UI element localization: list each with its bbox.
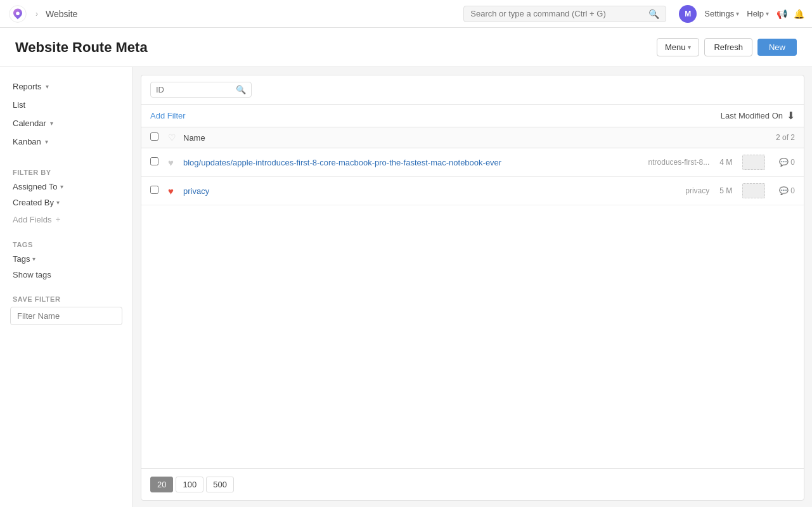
pagination-btn-100[interactable]: 100 xyxy=(176,477,203,492)
notification-bell-icon[interactable]: 🔔 xyxy=(794,9,804,19)
sidebar-item-kanban[interactable]: Kanban ▾ xyxy=(0,132,132,151)
name-col-header: Name xyxy=(183,133,776,143)
filter-by-section: FILTER BY Assigned To ▾ Created By ▾ Add… xyxy=(0,164,132,228)
menu-button[interactable]: Menu ▾ xyxy=(657,38,700,56)
comment-icon: 💬 xyxy=(779,158,789,167)
sidebar-item-reports[interactable]: Reports ▾ xyxy=(0,77,132,96)
select-all-checkbox[interactable] xyxy=(150,132,168,143)
tags-item[interactable]: Tags ▾ xyxy=(0,251,132,267)
row-checkbox-1[interactable] xyxy=(150,186,168,196)
add-fields-icon: ＋ xyxy=(54,214,62,225)
row-time-0: 4 M xyxy=(719,158,732,167)
menu-caret: ▾ xyxy=(688,44,691,51)
row-fav-1[interactable]: ♥ xyxy=(168,186,183,196)
sidebar-item-list[interactable]: List xyxy=(0,96,132,114)
table-row[interactable]: ♥ blog/updates/apple-introduces-first-8-… xyxy=(141,148,804,177)
row-slug-0: ntroduces-first-8... xyxy=(648,158,710,167)
filter-by-label: FILTER BY xyxy=(0,164,132,179)
comment-icon: 💬 xyxy=(779,186,789,195)
kanban-caret: ▾ xyxy=(45,138,48,145)
table-header: ♡ Name 2 of 2 xyxy=(141,127,804,148)
assigned-to-filter[interactable]: Assigned To ▾ xyxy=(0,179,132,195)
help-caret: ▾ xyxy=(766,10,769,17)
pagination-btn-500[interactable]: 500 xyxy=(206,477,234,492)
filter-name-input[interactable] xyxy=(10,307,122,325)
id-search-icon: 🔍 xyxy=(236,85,246,94)
row-thumbnail-1 xyxy=(742,183,765,198)
id-filter-input[interactable] xyxy=(156,85,232,94)
calendar-caret: ▾ xyxy=(50,120,53,127)
pagination: 20100500 xyxy=(141,468,804,500)
top-navigation: › Website 🔍 M Settings ▾ Help ▾ 📢 🔔 xyxy=(0,0,812,28)
created-by-filter[interactable]: Created By ▾ xyxy=(0,195,132,210)
created-by-caret: ▾ xyxy=(56,199,60,206)
breadcrumb-chevron: › xyxy=(35,10,38,18)
refresh-button[interactable]: Refresh xyxy=(704,38,752,56)
save-filter-section: SAVE FILTER xyxy=(0,295,132,325)
tags-label: TAGS xyxy=(0,236,132,251)
row-comments-0: 💬 0 xyxy=(779,158,795,167)
pagination-btn-20[interactable]: 20 xyxy=(150,477,173,492)
page-header: Website Route Meta Menu ▾ Refresh New xyxy=(0,28,812,67)
add-fields-button[interactable]: Add Fields ＋ xyxy=(0,210,132,228)
global-search[interactable]: 🔍 xyxy=(463,6,666,22)
top-nav-right: M Settings ▾ Help ▾ 📢 🔔 xyxy=(679,5,804,23)
settings-menu[interactable]: Settings ▾ xyxy=(704,9,739,18)
avatar[interactable]: M xyxy=(679,5,697,23)
tags-section: TAGS Tags ▾ Show tags xyxy=(0,236,132,283)
save-filter-label: SAVE FILTER xyxy=(10,295,122,303)
page-actions: Menu ▾ Refresh New xyxy=(657,38,797,56)
search-input[interactable] xyxy=(470,9,645,18)
row-name-1[interactable]: privacy xyxy=(183,186,685,196)
svg-point-1 xyxy=(16,11,20,15)
filter-bar: 🔍 xyxy=(141,75,804,105)
add-filter-button[interactable]: Add Filter xyxy=(150,111,186,120)
new-button[interactable]: New xyxy=(757,39,797,56)
settings-caret: ▾ xyxy=(736,10,739,17)
tags-caret: ▾ xyxy=(32,255,35,262)
sort-direction-icon[interactable]: ⬇ xyxy=(787,110,795,122)
table-body: ♥ blog/updates/apple-introduces-first-8-… xyxy=(141,148,804,205)
table-row[interactable]: ♥ privacy privacy 5 M 💬 0 xyxy=(141,177,804,205)
fav-col-header: ♡ xyxy=(168,132,183,143)
content-area: 🔍 Add Filter Last Modified On ⬇ ♡ N xyxy=(133,67,812,507)
sidebar-item-calendar[interactable]: Calendar ▾ xyxy=(0,114,132,132)
row-meta-1: privacy 5 M 💬 0 xyxy=(685,183,795,198)
assigned-to-caret: ▾ xyxy=(60,183,63,190)
filter-actions-bar: Add Filter Last Modified On ⬇ xyxy=(141,105,804,127)
row-time-1: 5 M xyxy=(719,186,732,195)
main-layout: Reports ▾ List Calendar ▾ Kanban ▾ FILTE… xyxy=(0,67,812,507)
row-name-0[interactable]: blog/updates/apple-introduces-first-8-co… xyxy=(183,158,648,167)
page-title: Website Route Meta xyxy=(15,39,148,56)
row-meta-0: ntroduces-first-8... 4 M 💬 0 xyxy=(648,155,795,170)
content-inner: 🔍 Add Filter Last Modified On ⬇ ♡ N xyxy=(141,75,804,501)
row-slug-1: privacy xyxy=(685,186,709,195)
row-comments-1: 💬 0 xyxy=(779,186,795,195)
id-filter[interactable]: 🔍 xyxy=(150,82,252,98)
heart-icon-header: ♡ xyxy=(168,132,176,143)
row-thumbnail-0 xyxy=(742,155,765,170)
show-tags-button[interactable]: Show tags xyxy=(0,267,132,283)
notification-icons: 📢 🔔 xyxy=(777,9,804,19)
reports-caret: ▾ xyxy=(46,83,49,90)
row-checkbox-0[interactable] xyxy=(150,157,168,167)
breadcrumb-website: Website xyxy=(46,9,77,19)
search-icon: 🔍 xyxy=(648,9,659,19)
announcement-icon[interactable]: 📢 xyxy=(777,9,787,19)
app-logo[interactable] xyxy=(8,4,28,24)
sort-control[interactable]: Last Modified On ⬇ xyxy=(721,110,795,122)
record-count: 2 of 2 xyxy=(776,133,795,142)
help-menu[interactable]: Help ▾ xyxy=(747,9,769,18)
sidebar-nav: Reports ▾ List Calendar ▾ Kanban ▾ xyxy=(0,77,132,151)
row-fav-0[interactable]: ♥ xyxy=(168,157,183,168)
sidebar: Reports ▾ List Calendar ▾ Kanban ▾ FILTE… xyxy=(0,67,133,507)
